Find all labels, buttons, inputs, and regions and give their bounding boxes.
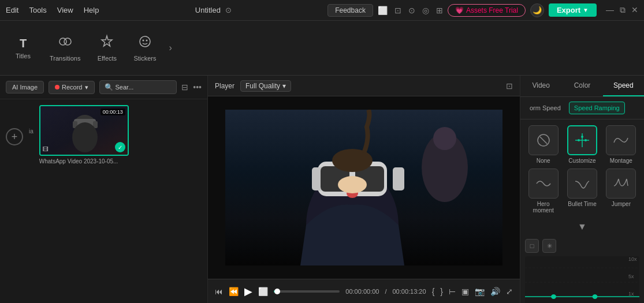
svg-point-1: [64, 38, 71, 45]
filter-button[interactable]: ⊟: [181, 83, 188, 92]
grid-icon[interactable]: ⊞: [436, 6, 443, 15]
info-icon: ⊙: [225, 6, 232, 14]
add-media-button[interactable]: +: [6, 128, 23, 145]
skip-back-button[interactable]: ⏮: [215, 287, 223, 296]
video-frame: [225, 110, 502, 265]
snapshot-button[interactable]: 📷: [475, 287, 485, 296]
menu-tools[interactable]: Tools: [29, 6, 46, 14]
ai-image-button[interactable]: AI Image: [6, 81, 44, 93]
graph-snowflake-button[interactable]: ✳: [542, 239, 556, 253]
pip-button[interactable]: ⤢: [506, 287, 513, 296]
svg-point-36: [593, 294, 598, 299]
media-grid: + ia: [0, 99, 207, 303]
search-placeholder: Sear...: [116, 84, 134, 91]
play-button[interactable]: ▶: [244, 285, 252, 298]
video-area: [208, 96, 520, 279]
preset-hero-moment-icon: [528, 169, 559, 199]
tool-titles[interactable]: T Titles: [6, 32, 40, 64]
monitor-icon[interactable]: ⬜: [378, 6, 388, 15]
svg-point-35: [551, 294, 556, 299]
search-box[interactable]: 🔍 Sear...: [99, 80, 177, 94]
tool-transitions[interactable]: Transitions: [43, 29, 87, 66]
tab-video[interactable]: Video: [520, 76, 561, 96]
tab-color[interactable]: Color: [561, 76, 602, 96]
menu-view[interactable]: View: [57, 6, 73, 14]
preset-bullet-time[interactable]: Bullet Time: [565, 169, 599, 214]
svg-point-30: [585, 139, 587, 141]
record-dropdown-icon: ▾: [85, 84, 88, 91]
graph-square-button[interactable]: □: [525, 239, 539, 253]
cloud-icon[interactable]: ⊡: [394, 6, 401, 15]
frame-back-button[interactable]: ⏪: [229, 287, 239, 296]
quality-label: Full Quality: [245, 82, 280, 90]
preset-none-label: None: [537, 158, 550, 164]
tool-effects[interactable]: Effects: [90, 29, 124, 66]
preset-customize[interactable]: Customize: [565, 125, 599, 164]
close-button[interactable]: ✕: [631, 5, 638, 15]
player-toolbar: Player Full Quality ▾ ⊡: [208, 76, 520, 96]
preset-montage[interactable]: Montage: [604, 125, 638, 164]
split-button[interactable]: ⊢: [449, 287, 456, 296]
speed-subtabs: orm Speed Speed Ramping: [520, 97, 644, 119]
preset-jumper[interactable]: Jumper: [604, 169, 638, 214]
quality-selector[interactable]: Full Quality ▾: [240, 80, 291, 92]
menu-edit[interactable]: Edit: [6, 6, 18, 14]
stop-button[interactable]: ⬜: [258, 287, 268, 296]
export-button[interactable]: Export ▼: [549, 3, 597, 17]
toolbar-expand[interactable]: ›: [166, 43, 176, 53]
menu-help[interactable]: Help: [84, 6, 99, 14]
record-dot-icon: [55, 85, 59, 89]
record-button[interactable]: Record ▾: [49, 81, 94, 94]
svg-rect-18: [393, 167, 404, 190]
headset-icon[interactable]: ◎: [422, 6, 429, 15]
fullscreen-button[interactable]: ▣: [461, 287, 469, 296]
list-item[interactable]: 00:00:13 🎞 ✓ WhatsApp Video 2023-10-05..…: [39, 105, 129, 164]
heart-icon: 💗: [455, 6, 464, 14]
assets-button[interactable]: 💗 Assets Free Trial: [448, 4, 526, 17]
volume-button[interactable]: 🔊: [490, 287, 500, 296]
more-button[interactable]: •••: [193, 83, 202, 92]
progress-indicator: [274, 289, 280, 294]
subtab-speed-ramping[interactable]: Speed Ramping: [569, 102, 625, 114]
record-label: Record: [62, 84, 82, 91]
tool-stickers[interactable]: Stickers: [126, 29, 163, 66]
upload-icon[interactable]: ⊙: [408, 6, 415, 15]
graph-area: 10x 5x 1x 0.5x: [525, 256, 639, 303]
quality-dropdown-icon: ▾: [282, 82, 286, 90]
preset-hero-moment-label: Hero moment: [526, 201, 560, 214]
trim-end-button[interactable]: }: [440, 287, 443, 296]
titles-icon: T: [20, 37, 27, 50]
export-dropdown-icon: ▼: [583, 7, 589, 13]
theme-toggle[interactable]: 🌙: [530, 3, 544, 17]
preset-jumper-icon: [606, 169, 636, 199]
assets-label: Assets Free Trial: [466, 6, 518, 14]
svg-point-4: [142, 40, 144, 42]
main-toolbar: T Titles Transitions Effects Stickers ›: [0, 21, 644, 76]
speed-presets-grid: None Customize Montage Her: [520, 119, 644, 219]
maximize-button[interactable]: ⧉: [620, 5, 626, 15]
speed-chevron[interactable]: ▼: [520, 219, 644, 234]
graph-controls: □ ✳: [525, 239, 639, 253]
svg-point-5: [146, 40, 147, 42]
speed-graph-svg: [525, 256, 639, 303]
subtab-uniform-speed[interactable]: orm Speed: [525, 102, 565, 114]
tab-speed[interactable]: Speed: [603, 76, 644, 96]
feedback-button[interactable]: Feedback: [327, 4, 373, 17]
film-icon: 🎞: [43, 146, 49, 152]
trim-start-button[interactable]: {: [432, 287, 435, 296]
svg-point-28: [578, 139, 580, 141]
preset-montage-icon: [606, 125, 636, 155]
media-item-name: WhatsApp Video 2023-10-05...: [39, 158, 129, 164]
preset-bullet-time-icon: [567, 169, 597, 199]
player-controls: ⏮ ⏪ ▶ ⬜ 00:00:00:00 / 00:00:13:20 { } ⊢ …: [208, 279, 520, 303]
title-bar: Edit Tools View Help Untitled ⊙ Feedback…: [0, 0, 644, 21]
progress-bar[interactable]: [274, 290, 340, 293]
preset-none-icon: [528, 125, 559, 155]
time-separator: /: [385, 288, 386, 295]
preset-hero-moment[interactable]: Hero moment: [526, 169, 560, 214]
preset-none[interactable]: None: [526, 125, 560, 164]
transitions-icon: [58, 34, 73, 53]
title-center: Untitled ⊙: [99, 6, 327, 14]
minimize-button[interactable]: —: [606, 5, 614, 15]
screenshot-icon[interactable]: ⊡: [506, 81, 513, 91]
